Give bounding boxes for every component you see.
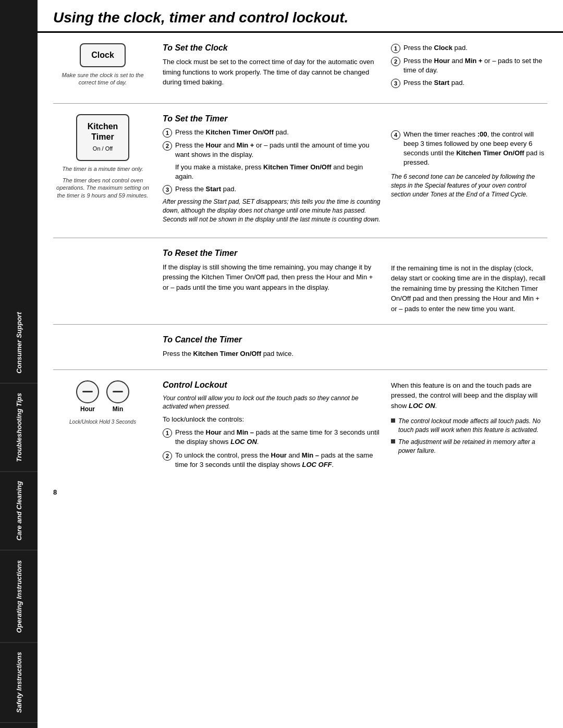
lockout-hour-btn: Hour bbox=[76, 380, 99, 413]
clock-body: The clock must be set to the correct tim… bbox=[163, 57, 381, 88]
clock-step-1: 1 Press the Clock pad. bbox=[391, 43, 547, 53]
sidebar-item-safety: Safety Instructions bbox=[0, 643, 38, 723]
cancel-timer-section: To Cancel the Timer Press the Kitchen Ti… bbox=[53, 325, 547, 370]
lockout-bullet-icon-2 bbox=[391, 439, 395, 443]
lockout-hour-circle bbox=[76, 380, 99, 403]
cancel-timer-heading: To Cancel the Timer bbox=[163, 335, 381, 344]
lockout-buttons: Hour Min bbox=[76, 380, 129, 413]
timer-step-4: 4 When the timer reaches :00, the contro… bbox=[391, 130, 547, 168]
reset-timer-right-text: If the remaining time is not in the disp… bbox=[391, 263, 547, 314]
lockout-italic-intro: Your control will allow you to lock out … bbox=[163, 394, 381, 412]
lockout-step-number-1: 1 bbox=[163, 428, 172, 438]
clock-step-text-3: Press the Start pad. bbox=[403, 78, 464, 88]
lockout-min-circle bbox=[106, 380, 129, 403]
clock-device-box: Clock bbox=[80, 43, 126, 67]
lockout-min-minus-icon bbox=[113, 391, 123, 392]
timer-section: KitchenTimer On / Off The timer is a min… bbox=[53, 104, 547, 238]
timer-step-number-1: 1 bbox=[163, 128, 172, 138]
timer-right-note: The 6 second tone can be canceled by fol… bbox=[391, 172, 547, 199]
sidebar-item-care-cleaning: Care and Cleaning bbox=[0, 472, 38, 550]
lockout-bullet-1: The control lockout mode affects all tou… bbox=[391, 417, 547, 435]
sidebar: Consumer Support Troubleshooting Tips Ca… bbox=[0, 0, 38, 728]
lockout-bullet-text-1: The control lockout mode affects all tou… bbox=[398, 417, 547, 435]
lockout-right-col: When this feature is on and the touch pa… bbox=[391, 380, 547, 459]
timer-step-3: 3 Press the Start pad. bbox=[163, 184, 381, 194]
timer-step-number-4: 4 bbox=[391, 130, 400, 140]
lockout-heading: Control Lockout bbox=[163, 380, 381, 390]
timer-middle-col: To Set the Timer 1 Press the Kitchen Tim… bbox=[163, 114, 381, 227]
lockout-caption: Lock/Unlock Hold 3 Seconds bbox=[69, 419, 136, 425]
page-number: 8 bbox=[38, 483, 563, 501]
lockout-step-text-1: Press the Hour and Min – pads at the sam… bbox=[175, 428, 381, 447]
clock-heading: To Set the Clock bbox=[163, 43, 381, 53]
lockout-right-intro: When this feature is on and the touch pa… bbox=[391, 380, 547, 411]
clock-step-number-2: 2 bbox=[391, 57, 400, 66]
clock-step-2: 2 Press the Hour and Min + or – pads to … bbox=[391, 56, 547, 75]
timer-step-number-2: 2 bbox=[163, 141, 172, 151]
main-content: Using the clock, timer and control locko… bbox=[38, 0, 563, 728]
lockout-bullet-icon-1 bbox=[391, 418, 395, 423]
lockout-hour-minus-icon bbox=[82, 391, 93, 392]
timer-left-col: KitchenTimer On / Off The timer is a min… bbox=[53, 114, 152, 200]
clock-right-col: 1 Press the Clock pad. 2 Press the Hour … bbox=[391, 43, 547, 91]
page-title: Using the clock, timer and control locko… bbox=[53, 9, 547, 26]
timer-after-start-note: After pressing the Start pad, SET disapp… bbox=[163, 198, 381, 224]
reset-timer-heading: To Reset the Timer bbox=[163, 249, 381, 258]
reset-timer-left-text: If the display is still showing the time… bbox=[163, 262, 381, 293]
timer-mistake-note: If you make a mistake, press Kitchen Tim… bbox=[175, 163, 381, 181]
lockout-step-number-2: 2 bbox=[163, 451, 172, 461]
cancel-timer-middle-col: To Cancel the Timer Press the Kitchen Ti… bbox=[163, 335, 381, 359]
sidebar-item-consumer-support: Consumer Support bbox=[0, 303, 38, 384]
content-area: Clock Make sure the clock is set to the … bbox=[38, 33, 563, 483]
sidebar-item-troubleshooting: Troubleshooting Tips bbox=[0, 384, 38, 472]
timer-right-col: 4 When the timer reaches :00, the contro… bbox=[391, 114, 547, 202]
lockout-bullet-2: The adjustment will be retained in memor… bbox=[391, 438, 547, 455]
timer-step-2: 2 Press the Hour and Min + or – pads unt… bbox=[163, 141, 381, 159]
timer-step-text-3: Press the Start pad. bbox=[175, 184, 236, 194]
lockout-step-1: 1 Press the Hour and Min – pads at the s… bbox=[163, 428, 381, 447]
clock-step-text-2: Press the Hour and Min + or – pads to se… bbox=[403, 56, 547, 75]
timer-step-number-3: 3 bbox=[163, 185, 172, 194]
lockout-step-text-2: To unlock the control, press the Hour an… bbox=[175, 451, 381, 470]
clock-device-caption: Make sure the clock is set to the correc… bbox=[53, 71, 152, 87]
clock-step-3: 3 Press the Start pad. bbox=[391, 78, 547, 88]
lockout-min-label: Min bbox=[113, 405, 124, 413]
control-lockout-section: Hour Min Lock/Unlock Hold 3 Seconds Cont… bbox=[53, 370, 547, 484]
timer-step-text-2: Press the Hour and Min + or – pads until… bbox=[175, 141, 381, 159]
clock-section: Clock Make sure the clock is set to the … bbox=[53, 33, 547, 104]
timer-caption-2: The timer does not control oven operatio… bbox=[53, 177, 152, 199]
clock-step-number-1: 1 bbox=[391, 44, 400, 53]
cancel-timer-text: Press the Kitchen Timer On/Off pad twice… bbox=[163, 349, 381, 359]
lockout-bullet-text-2: The adjustment will be retained in memor… bbox=[398, 438, 547, 455]
clock-left-col: Clock Make sure the clock is set to the … bbox=[53, 43, 152, 87]
timer-step-text-1: Press the Kitchen Timer On/Off pad. bbox=[175, 128, 289, 137]
sidebar-item-operating: Operating Instructions bbox=[0, 551, 38, 643]
reset-timer-right-col: If the remaining time is not in the disp… bbox=[391, 249, 547, 314]
lockout-middle-col: Control Lockout Your control will allow … bbox=[163, 380, 381, 473]
page-container: Consumer Support Troubleshooting Tips Ca… bbox=[0, 0, 563, 728]
lockout-hour-label: Hour bbox=[80, 405, 95, 413]
page-title-bar: Using the clock, timer and control locko… bbox=[38, 0, 563, 33]
clock-step-number-3: 3 bbox=[391, 79, 400, 88]
lockout-left-col: Hour Min Lock/Unlock Hold 3 Seconds bbox=[53, 380, 152, 425]
reset-timer-section: To Reset the Timer If the display is sti… bbox=[53, 238, 547, 325]
reset-timer-middle-col: To Reset the Timer If the display is sti… bbox=[163, 249, 381, 293]
timer-caption-1: The timer is a minute timer only. bbox=[62, 165, 143, 172]
clock-middle-col: To Set the Clock The clock must be set t… bbox=[163, 43, 381, 93]
lockout-unlock-label: To lock/unlock the controls: bbox=[163, 414, 381, 425]
timer-device-box: KitchenTimer On / Off bbox=[76, 114, 130, 161]
clock-step-text-1: Press the Clock pad. bbox=[403, 43, 468, 53]
timer-heading: To Set the Timer bbox=[163, 114, 381, 124]
lockout-min-btn: Min bbox=[106, 380, 129, 413]
timer-step-1: 1 Press the Kitchen Timer On/Off pad. bbox=[163, 128, 381, 138]
timer-step-text-4: When the timer reaches :00, the control … bbox=[403, 130, 547, 168]
lockout-step-2: 2 To unlock the control, press the Hour … bbox=[163, 451, 381, 470]
